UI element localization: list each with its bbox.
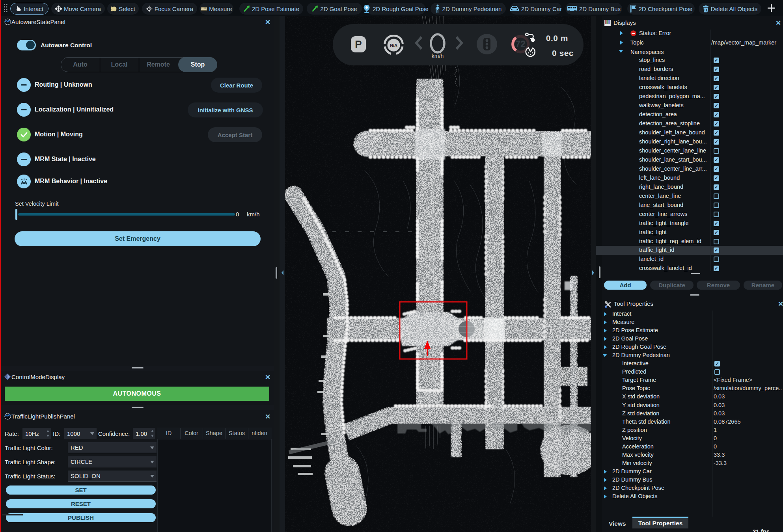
svg-text:N/A: N/A bbox=[390, 43, 397, 48]
